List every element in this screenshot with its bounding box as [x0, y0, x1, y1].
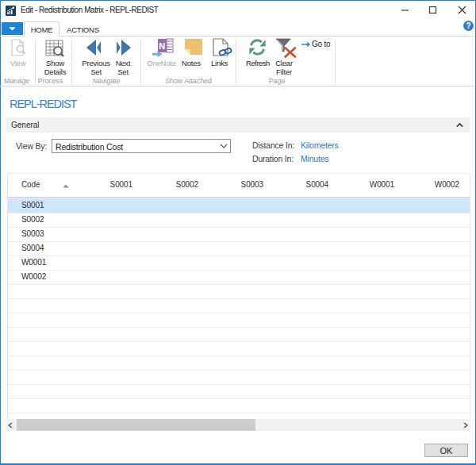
svg-text:N: N [159, 41, 165, 51]
